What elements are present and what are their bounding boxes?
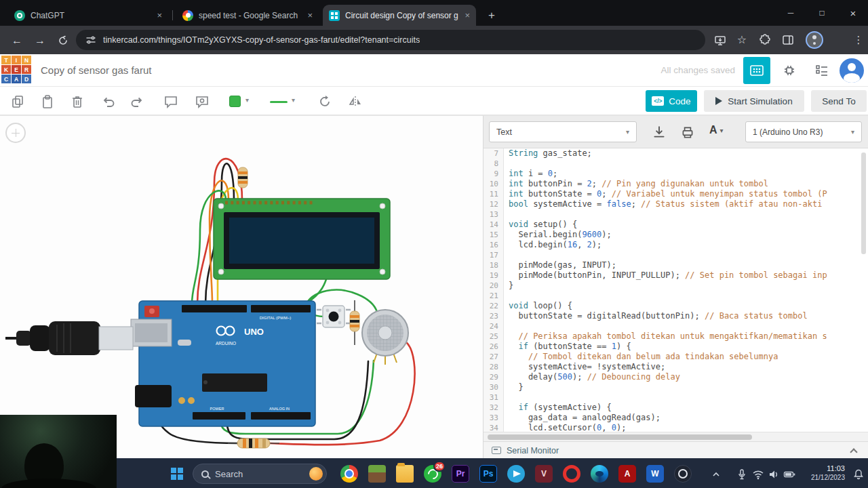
code-line[interactable]: 14void setup() { — [484, 220, 868, 230]
code-line[interactable]: 31 — [484, 392, 868, 403]
code-line[interactable]: 22void loop() { — [484, 301, 868, 311]
windows-start-button[interactable] — [171, 468, 183, 480]
code-line[interactable]: 18 pinMode(gas, INPUT); — [484, 260, 868, 270]
resistor[interactable] — [238, 167, 248, 188]
extensions-puzzle-icon[interactable] — [758, 33, 772, 47]
taskbar-clock[interactable]: 11:03 21/12/2023 — [811, 464, 845, 483]
list-view-button[interactable] — [808, 57, 835, 84]
browser-tab-chatgpt[interactable]: ChatGPT × — [8, 5, 168, 26]
window-maximize-button[interactable]: □ — [807, 0, 837, 26]
circuit-workspace[interactable]: DIGITAL (PWM~) UNO ARDUINO POWER ANALOG … — [0, 115, 483, 458]
taskbar-app-opera[interactable] — [560, 462, 583, 485]
taskbar-app-premiere[interactable]: Pr — [449, 462, 472, 485]
taskbar-app-explorer[interactable] — [393, 462, 416, 485]
delete-icon[interactable] — [69, 94, 85, 110]
serial-monitor-toggle[interactable]: Serial Monitor — [484, 441, 868, 459]
code-line[interactable]: 33 gas_data = analogRead(gas); — [484, 413, 868, 423]
download-code-icon[interactable] — [652, 125, 667, 140]
taskbar-app-whatsapp[interactable]: 26 — [421, 462, 444, 485]
code-line[interactable]: 11int buttonState = 0; // Variabel untuk… — [484, 189, 868, 199]
code-line[interactable]: 21 — [484, 291, 868, 301]
side-panel-icon[interactable] — [781, 33, 795, 47]
code-editor[interactable]: 7String gas_state;89int i = 0;10int butt… — [484, 148, 868, 432]
code-line[interactable]: 26 if (buttonState == 1) { — [484, 342, 868, 352]
browser-profile-avatar[interactable] — [806, 31, 823, 49]
pan-control[interactable] — [5, 123, 26, 143]
code-line[interactable]: 8 — [484, 159, 868, 169]
send-to-device-icon[interactable] — [713, 33, 727, 47]
board-select[interactable]: 1 (Arduino Uno R3) ▾ — [745, 121, 862, 142]
window-close-button[interactable]: × — [838, 0, 868, 26]
code-line[interactable]: 19 pinMode(buttonPin, INPUT_PULLUP); // … — [484, 270, 868, 281]
microphone-icon[interactable] — [735, 468, 749, 481]
wire-type-swatch[interactable] — [270, 101, 288, 103]
code-line[interactable]: 12bool systemActive = false; // Status s… — [484, 199, 868, 209]
print-code-icon[interactable] — [680, 125, 695, 140]
breadboard-view-button[interactable] — [743, 57, 770, 84]
wire-dropdown-caret-icon[interactable]: ▾ — [292, 96, 295, 104]
tab-close-icon[interactable]: × — [307, 10, 313, 20]
code-line[interactable]: 9int i = 0; — [484, 169, 868, 179]
copy-icon[interactable] — [9, 94, 26, 110]
color-swatch[interactable] — [229, 96, 241, 107]
code-panel-toggle-button[interactable]: </> Code — [646, 90, 697, 112]
taskbar-app-photoshop[interactable]: Ps — [477, 462, 500, 485]
color-dropdown-caret-icon[interactable]: ▾ — [245, 96, 249, 104]
tab-close-icon[interactable]: × — [157, 10, 162, 20]
resistor[interactable] — [350, 300, 359, 345]
code-line[interactable]: 15 Serial.begin(9600); — [484, 230, 868, 240]
annotation-visibility-icon[interactable] — [194, 94, 210, 110]
vertical-scrollbar[interactable] — [861, 152, 866, 254]
wifi-icon[interactable] — [751, 468, 765, 481]
scrollbar-thumb[interactable] — [488, 434, 752, 440]
new-tab-button[interactable]: + — [483, 7, 500, 24]
usb-cable[interactable] — [5, 321, 133, 355]
browser-tab-google-search[interactable]: speed test - Google Search × — [176, 5, 319, 26]
tray-chevron-icon[interactable] — [709, 468, 723, 481]
code-line[interactable]: 13 — [484, 209, 868, 220]
paste-icon[interactable] — [39, 94, 56, 110]
taskbar-app-edge[interactable] — [588, 462, 611, 485]
code-mode-select[interactable]: Text ▾ — [489, 121, 637, 142]
site-settings-icon[interactable] — [85, 35, 96, 45]
browser-tab-tinkercad[interactable]: Circuit design Copy of sensor g × — [323, 5, 476, 26]
taskbar-app-appv[interactable]: V — [532, 462, 555, 485]
gas-sensor[interactable] — [362, 310, 408, 365]
components-chip-button[interactable] — [776, 57, 803, 84]
code-line[interactable]: 29 delay(500); // Debouncing delay — [484, 372, 868, 382]
taskbar-app-obs[interactable] — [671, 462, 694, 485]
browser-menu-icon[interactable]: ⋮ — [850, 32, 867, 48]
back-icon[interactable]: ← — [8, 32, 26, 49]
account-avatar[interactable] — [840, 58, 864, 83]
code-line[interactable]: 24 — [484, 321, 868, 331]
taskbar-app-minecraft[interactable] — [366, 462, 389, 485]
code-line[interactable]: 30 } — [484, 382, 868, 392]
code-line[interactable]: 23 buttonState = digitalRead(buttonPin);… — [484, 311, 868, 321]
notification-bell-icon[interactable] — [852, 468, 865, 481]
taskbar-search[interactable]: Search — [193, 464, 327, 484]
undo-icon[interactable] — [100, 94, 117, 110]
code-line[interactable]: 28 systemActive= !systemActive; — [484, 362, 868, 372]
code-line[interactable]: 32 if (systemActive) { — [484, 403, 868, 413]
window-minimize-button[interactable]: ─ — [776, 0, 806, 26]
font-size-dropdown[interactable]: A ▾ — [709, 124, 724, 136]
code-line[interactable]: 25 // Periksa apakah tombol ditekan untu… — [484, 331, 868, 342]
code-line[interactable]: 17 — [484, 250, 868, 260]
reload-icon[interactable] — [54, 32, 72, 49]
document-title[interactable]: Copy of sensor gas farut — [41, 64, 151, 76]
rotate-icon[interactable] — [317, 94, 334, 110]
taskbar-app-acrobat[interactable]: A — [616, 462, 639, 485]
volume-icon[interactable] — [767, 468, 781, 481]
forward-icon[interactable]: → — [31, 32, 49, 49]
lcd-display[interactable] — [214, 199, 390, 279]
code-line[interactable]: 10int buttonPin = 2; // Pin yang digunak… — [484, 179, 868, 189]
tab-close-icon[interactable]: × — [465, 10, 470, 20]
taskbar-app-word[interactable]: W — [644, 462, 667, 485]
start-simulation-button[interactable]: Start Simulation — [704, 90, 804, 112]
circuit-canvas[interactable]: DIGITAL (PWM~) UNO ARDUINO POWER ANALOG … — [0, 116, 483, 459]
taskbar-app-telegram[interactable] — [505, 462, 528, 485]
tinkercad-logo[interactable]: T I N K E R C A D — [1, 56, 32, 85]
battery-icon[interactable] — [783, 468, 796, 481]
notes-icon[interactable] — [163, 94, 179, 110]
code-line[interactable]: 27 // Tombol ditekan dan belum ada tinda… — [484, 352, 868, 362]
